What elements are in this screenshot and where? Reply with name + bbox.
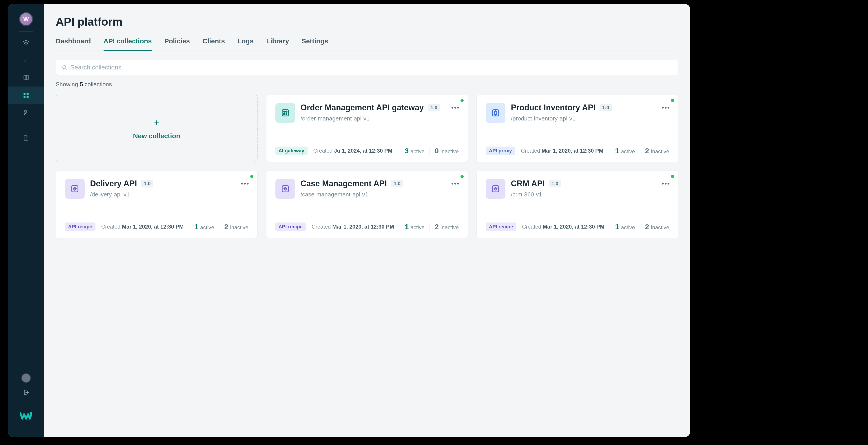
more-menu-button[interactable]: •••	[661, 180, 670, 187]
rail-item-logout[interactable]	[23, 389, 29, 397]
svg-rect-7	[282, 110, 288, 116]
plus-icon: +	[154, 118, 159, 127]
more-menu-button[interactable]: •••	[451, 104, 460, 112]
svg-point-5	[30, 412, 32, 414]
grid-icon	[23, 92, 29, 99]
inactive-count: 2	[435, 223, 439, 231]
inactive-label: inactive	[440, 224, 459, 231]
rail-separator-3	[19, 404, 33, 404]
brand-logo	[20, 411, 32, 430]
active-label: active	[200, 224, 214, 231]
collections-grid: +New collection•••Order Management API g…	[56, 95, 678, 238]
search-icon	[62, 65, 67, 70]
tab-library[interactable]: Library	[266, 37, 289, 51]
card-divider	[275, 130, 459, 130]
count-separator	[640, 223, 640, 231]
inactive-label: inactive	[651, 148, 669, 155]
rail-item-api-platform[interactable]	[8, 87, 44, 104]
search-input[interactable]	[70, 64, 672, 71]
collection-tag: API recipe	[65, 222, 95, 231]
bar-chart-icon	[23, 57, 29, 64]
collection-card[interactable]: •••CRM API1.0/crm-360-v1API recipeCreate…	[476, 171, 678, 238]
rail-item-analytics[interactable]	[8, 52, 44, 69]
tab-settings[interactable]: Settings	[302, 37, 328, 51]
collection-title: Order Management API gateway	[301, 103, 424, 112]
tabs: DashboardAPI collectionsPoliciesClientsL…	[56, 37, 678, 51]
collection-card[interactable]: •••Product Inventory API1.0/product-inve…	[476, 95, 678, 162]
new-collection-label: New collection	[133, 132, 180, 140]
collection-tag: API recipe	[275, 222, 306, 231]
collection-title: Product Inventory API	[511, 103, 595, 112]
tab-dashboard[interactable]: Dashboard	[56, 37, 91, 51]
more-menu-button[interactable]: •••	[661, 104, 670, 112]
collection-icon	[486, 103, 505, 123]
result-prefix: Showing	[56, 81, 80, 88]
inactive-label: inactive	[651, 224, 669, 231]
tab-api-collections[interactable]: API collections	[103, 37, 152, 51]
active-count: 1	[405, 223, 409, 231]
rail-item-stack[interactable]	[8, 34, 44, 52]
svg-rect-4	[24, 136, 27, 141]
svg-rect-13	[494, 111, 497, 114]
workspace-avatar[interactable]: W	[19, 12, 33, 26]
book-icon	[23, 75, 29, 81]
version-badge: 1.0	[391, 180, 403, 187]
collection-card[interactable]: •••Order Management API gateway1.0/order…	[266, 95, 468, 162]
new-collection-card[interactable]: +New collection	[56, 95, 258, 162]
active-label: active	[410, 224, 425, 231]
svg-rect-2	[24, 96, 26, 98]
left-rail: W	[8, 4, 44, 437]
rail-separator	[19, 31, 33, 32]
avatar-initial: W	[23, 16, 29, 23]
result-suffix: collections	[83, 81, 112, 88]
version-badge: 1.0	[549, 180, 561, 187]
endpoint-counts: 1active2inactive	[615, 147, 669, 155]
tab-policies[interactable]: Policies	[164, 37, 190, 51]
collection-path: /order-management-api-v1	[301, 115, 454, 122]
collection-path: /product-inventory-api-v1	[511, 115, 625, 122]
created-text: Created Mar 1, 2020, at 12:30 PM	[101, 224, 184, 230]
collection-tag: API proxy	[486, 147, 515, 155]
tab-clients[interactable]: Clients	[203, 37, 225, 51]
svg-rect-0	[24, 93, 26, 95]
status-dot	[671, 175, 674, 178]
rail-item-data[interactable]	[8, 129, 44, 147]
collection-path: /delivery-api-v1	[90, 191, 167, 198]
more-menu-button[interactable]: •••	[241, 180, 249, 187]
rail-item-tools[interactable]	[8, 104, 44, 122]
collection-card[interactable]: •••Case Management API1.0/case-managemen…	[266, 171, 468, 238]
version-badge: 1.0	[599, 104, 612, 112]
user-avatar[interactable]	[21, 373, 31, 383]
collection-path: /crm-360-v1	[511, 191, 575, 198]
status-dot	[671, 99, 674, 102]
endpoint-counts: 1active2inactive	[615, 223, 669, 231]
search-bar[interactable]	[56, 60, 678, 75]
created-text: Created Mar 1, 2020, at 12:30 PM	[312, 224, 394, 230]
svg-rect-1	[27, 93, 29, 95]
more-menu-button[interactable]: •••	[451, 180, 460, 187]
collection-card[interactable]: •••Delivery API1.0/delivery-api-v1API re…	[56, 171, 258, 238]
collection-path: /case-management-api-v1	[301, 191, 417, 198]
version-badge: 1.0	[141, 180, 153, 187]
collection-icon	[275, 103, 295, 123]
collection-tag: AI gateway	[275, 147, 308, 155]
result-number: 5	[80, 81, 83, 88]
created-text: Created Mar 1, 2020, at 12:30 PM	[521, 148, 603, 154]
tab-logs[interactable]: Logs	[238, 37, 254, 51]
endpoint-counts: 3active0inactive	[405, 147, 459, 155]
endpoint-counts: 1active2inactive	[405, 223, 459, 231]
card-divider	[486, 130, 669, 130]
status-dot	[461, 175, 464, 178]
active-label: active	[621, 148, 635, 155]
layers-icon	[23, 39, 29, 46]
active-label: active	[410, 148, 425, 155]
version-badge: 1.0	[428, 104, 440, 112]
active-label: active	[621, 224, 635, 231]
inactive-label: inactive	[230, 224, 248, 231]
status-dot	[250, 175, 253, 178]
inactive-count: 0	[435, 147, 439, 155]
rail-item-library[interactable]	[8, 69, 44, 87]
app-frame: W	[8, 4, 690, 437]
active-count: 3	[405, 147, 409, 155]
collection-title: Case Management API	[301, 179, 387, 188]
